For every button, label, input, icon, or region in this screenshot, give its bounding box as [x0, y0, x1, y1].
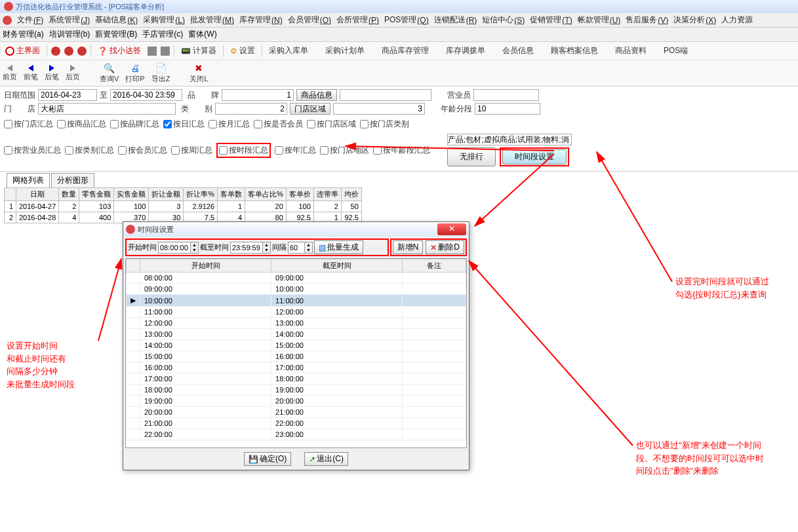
time-row[interactable]: ▶10:00:0011:00:00: [127, 295, 466, 307]
time-row[interactable]: 14:00:0015:00:00: [127, 340, 466, 351]
menu-13[interactable]: 售后服务(V): [626, 14, 668, 26]
menu-15[interactable]: 人力资源: [721, 14, 753, 26]
check-14[interactable]: 按门店地区: [320, 145, 369, 156]
toolbar-icon-4[interactable]: [148, 47, 157, 56]
exit-button[interactable]: ↗退出(C): [304, 452, 348, 466]
time-row[interactable]: 19:00:0020:00:00: [127, 396, 466, 407]
find-xiaoda-button[interactable]: ❓找小达答: [95, 44, 144, 58]
toolbar-icon-5[interactable]: [161, 47, 170, 56]
area-input[interactable]: [333, 103, 425, 115]
quick-link-1[interactable]: 采购计划单: [323, 44, 367, 58]
time-row[interactable]: 18:00:0019:00:00: [127, 385, 466, 396]
prev-record-button[interactable]: 前笔: [24, 65, 38, 82]
menu2-2[interactable]: 薪资管理(B): [95, 29, 137, 40]
toolbar-icon-2[interactable]: [64, 47, 73, 56]
tab-chart[interactable]: 分析图形: [51, 173, 94, 187]
close-button[interactable]: ✖关闭L: [190, 63, 208, 84]
menu-2[interactable]: 基础信息(K): [95, 14, 138, 26]
check-12[interactable]: 按时段汇总: [219, 145, 268, 156]
menu-12[interactable]: 帐款管理(U): [578, 14, 621, 26]
tab-grid-list[interactable]: 网格列表: [7, 173, 50, 187]
menu-4[interactable]: 批发管理(M): [190, 14, 234, 26]
menu-1[interactable]: 系统管理(J): [49, 14, 90, 26]
check-6[interactable]: 按门店区域: [307, 119, 356, 130]
menu-14[interactable]: 决策分析(X): [673, 14, 716, 26]
batch-generate-button[interactable]: ▤批量生成: [314, 240, 363, 254]
print-button[interactable]: 🖨打印P: [125, 63, 144, 84]
menu2-3[interactable]: 手店管理(c): [142, 29, 183, 40]
time-row[interactable]: 22:00:0023:00:00: [127, 429, 466, 440]
check-10[interactable]: 按会员汇总: [118, 145, 167, 156]
table-row[interactable]: 12016-04-27210310032.9126120100250: [5, 201, 362, 212]
dialog-close-button[interactable]: ✕: [437, 223, 466, 235]
goods-info-button[interactable]: 商品信息: [296, 89, 337, 101]
check-2[interactable]: 按品牌汇总: [110, 119, 159, 130]
menu-9[interactable]: 连锁配送(R): [434, 14, 477, 26]
sales-input[interactable]: [473, 89, 539, 101]
prod-filter-input[interactable]: [447, 134, 572, 145]
export-button[interactable]: 📄导出Z: [151, 63, 170, 84]
age-input[interactable]: [475, 103, 540, 115]
toolbar-icon-1[interactable]: [51, 47, 60, 56]
quick-link-4[interactable]: 会员信息: [500, 44, 536, 58]
menu-10[interactable]: 短信中心(S): [482, 14, 525, 26]
toolbar-icon-3[interactable]: [77, 47, 87, 56]
check-4[interactable]: 按月汇总: [209, 119, 250, 130]
time-row[interactable]: 15:00:0016:00:00: [127, 351, 466, 362]
check-11[interactable]: 按周汇总: [171, 145, 212, 156]
check-15[interactable]: 按年龄段汇总: [373, 145, 430, 156]
brand-input[interactable]: [222, 89, 294, 101]
start-time-spinner[interactable]: ▲▼: [158, 242, 199, 254]
interval-spinner[interactable]: ▲▼: [288, 242, 313, 254]
calculator-button[interactable]: 📟计算器: [178, 44, 219, 58]
quick-link-3[interactable]: 库存调拨单: [443, 44, 488, 58]
check-13[interactable]: 按年汇总: [275, 145, 316, 156]
check-0[interactable]: 按门店汇总: [4, 119, 53, 130]
menu-6[interactable]: 会员管理(O): [288, 14, 331, 26]
time-row[interactable]: 11:00:0012:00:00: [127, 307, 466, 318]
quick-link-2[interactable]: 商品库存管理: [379, 44, 431, 58]
check-3[interactable]: 按日汇总: [163, 119, 205, 130]
next-record-button[interactable]: 后笔: [45, 65, 59, 82]
time-row[interactable]: 20:00:0021:00:00: [127, 407, 466, 418]
menu-11[interactable]: 促销管理(T): [530, 14, 572, 26]
check-7[interactable]: 按门店类别: [360, 119, 409, 130]
date-from-input[interactable]: [38, 89, 97, 101]
time-row[interactable]: 13:00:0014:00:00: [127, 329, 466, 340]
main-screen-button[interactable]: 主界面: [3, 44, 43, 58]
time-row[interactable]: 17:00:0018:00:00: [127, 373, 466, 385]
goods-input[interactable]: [340, 89, 431, 101]
time-row[interactable]: 21:00:0022:00:00: [127, 418, 466, 429]
add-button[interactable]: 新增N: [393, 240, 424, 254]
menu-3[interactable]: 采购管理(L): [143, 14, 185, 26]
store-input[interactable]: [38, 103, 176, 115]
menu-8[interactable]: POS管理(Q): [384, 14, 429, 26]
menu-5[interactable]: 库存管理(N): [239, 14, 283, 26]
quick-link-0[interactable]: 采购入库单: [266, 44, 311, 58]
no-sort-button[interactable]: 无排行: [447, 147, 496, 166]
menu2-4[interactable]: 窗体(W): [188, 29, 216, 40]
time-row[interactable]: 08:00:0009:00:00: [127, 273, 466, 284]
quick-link-6[interactable]: 商品资料: [612, 44, 649, 58]
time-period-grid[interactable]: 开始时间 截至时间 备注 08:00:0009:00:0009:00:0010:…: [125, 258, 467, 448]
quick-link-7[interactable]: POS端: [661, 44, 690, 58]
time-row[interactable]: 16:00:0017:00:00: [127, 362, 466, 373]
ok-button[interactable]: 💾确定(O): [244, 452, 291, 466]
delete-button[interactable]: ✕删除D: [426, 240, 464, 254]
store-area-button[interactable]: 门店区域: [290, 103, 330, 115]
time-set-button[interactable]: 时间段设置: [502, 149, 567, 164]
end-time-spinner[interactable]: ▲▼: [230, 242, 271, 254]
category-input[interactable]: [215, 103, 287, 115]
last-page-button[interactable]: 后页: [66, 65, 80, 82]
date-to-input[interactable]: [110, 89, 182, 101]
time-row[interactable]: 12:00:0013:00:00: [127, 318, 466, 329]
query-button[interactable]: 🔍查询V: [100, 63, 119, 84]
check-5[interactable]: 按是否会员: [254, 119, 303, 130]
menu-7[interactable]: 会所管理(P): [336, 14, 379, 26]
menu-0[interactable]: 文件(F): [17, 14, 43, 26]
check-8[interactable]: 按营业员汇总: [4, 145, 61, 156]
check-9[interactable]: 按类别汇总: [65, 145, 114, 156]
menu2-0[interactable]: 财务管理(a): [3, 29, 44, 40]
menu2-1[interactable]: 培训管理(b): [49, 29, 90, 40]
check-1[interactable]: 按商品汇总: [57, 119, 106, 130]
